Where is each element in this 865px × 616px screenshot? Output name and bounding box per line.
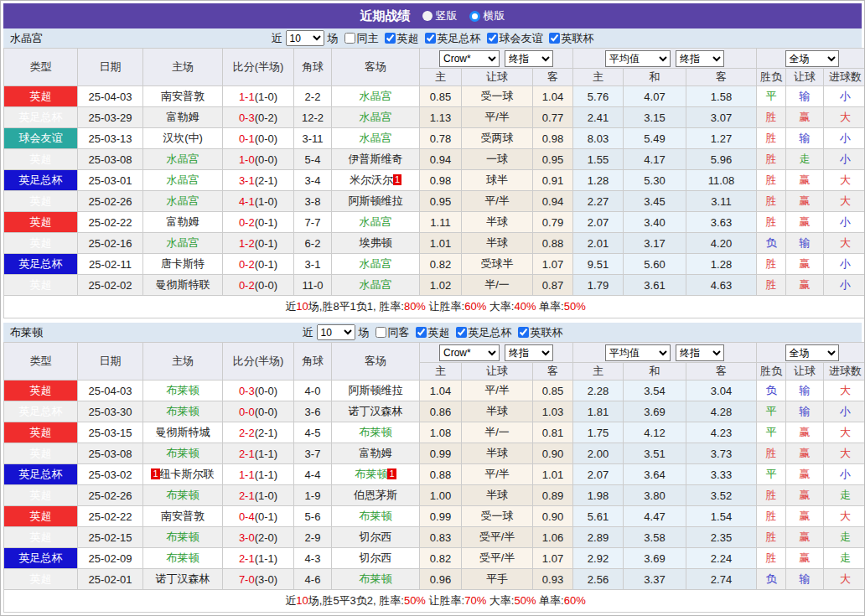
avg-time-select[interactable]: 终指	[676, 344, 724, 361]
avg-draw: 3.69	[624, 548, 686, 569]
score: 1-0(0-0)	[223, 149, 294, 170]
odds-away: 1.07	[533, 254, 573, 275]
odds-time-select[interactable]: 终指	[505, 344, 553, 361]
home-team: 布莱顿	[143, 527, 223, 548]
result-handicap: 输	[786, 401, 824, 422]
result-outcome: 胜	[757, 212, 786, 233]
match-count-select[interactable]: 10	[286, 30, 324, 46]
odds-away: 0.87	[533, 275, 573, 296]
avg-source-select[interactable]: 平均值	[605, 50, 671, 67]
league-badge: 球会友谊	[4, 128, 78, 149]
avg-home: 5.61	[573, 506, 624, 527]
league-checkbox-0[interactable]	[416, 327, 427, 338]
scope-select[interactable]: 全场	[785, 344, 839, 361]
corner-count: 11-0	[294, 275, 332, 296]
odds-source-select[interactable]: Crow*	[439, 344, 500, 361]
match-date: 25-03-08	[78, 149, 143, 170]
handicap: 半球	[462, 401, 533, 422]
odds-away: 1.03	[533, 401, 573, 422]
odds-away: 0.79	[533, 212, 573, 233]
filter-bar: 布莱顿近10场同客英超英足总杯英联杯	[3, 323, 862, 342]
league-badge: 英足总杯	[4, 254, 78, 275]
avg-draw: 3.15	[624, 107, 686, 128]
avg-source-select[interactable]: 平均值	[605, 344, 671, 361]
radio-checked-icon[interactable]	[469, 11, 480, 22]
away-team: 布莱顿1	[332, 464, 420, 485]
odds-away: 0.90	[533, 443, 573, 464]
league-checkbox-2[interactable]	[487, 33, 498, 44]
odds-away: 0.77	[533, 107, 573, 128]
corner-count: 4-5	[294, 422, 332, 443]
filter-bar: 水晶宫近10场同主英超英足总杯球会友谊英联杯	[3, 28, 862, 48]
odds-home: 1.04	[420, 380, 462, 401]
result-goals: 小	[824, 464, 865, 485]
sub-column-header: 胜负	[757, 363, 786, 380]
league-checkbox-1[interactable]	[456, 327, 467, 338]
same-venue-label: 同主	[357, 31, 379, 46]
away-team: 伊普斯维奇	[332, 149, 420, 170]
avg-home: 1.79	[573, 275, 624, 296]
odds-source-select[interactable]: Crow*	[439, 50, 500, 67]
page: 近期战绩 竖版 横版 水晶宫近10场同主英超英足总杯球会友谊英联杯类型日期主场比…	[0, 0, 865, 616]
handicap: 平手	[462, 569, 533, 590]
avg-home: 2.89	[573, 527, 624, 548]
result-handicap: 赢	[786, 212, 824, 233]
avg-draw: 5.60	[624, 254, 686, 275]
home-team: 1纽卡斯尔联	[143, 464, 223, 485]
table-row: 英超25-03-08水晶宫1-0(0-0)5-4伊普斯维奇0.94一球0.951…	[4, 149, 865, 170]
league-checkbox-1[interactable]	[425, 33, 436, 44]
column-header: 客场	[332, 343, 420, 380]
avg-draw: 5.30	[624, 170, 686, 191]
table-row: 英足总杯25-02-11唐卡斯特0-2(0-1)3-1水晶宫0.82受球半1.0…	[4, 254, 865, 275]
red-card-badge: 1	[387, 468, 396, 479]
corner-count: 4-3	[294, 548, 332, 569]
match-count-select[interactable]: 10	[317, 324, 355, 340]
result-outcome: 胜	[757, 107, 786, 128]
page-title: 近期战绩	[360, 8, 411, 24]
same-venue-checkbox[interactable]	[344, 33, 355, 44]
sub-column-header: 和	[624, 363, 686, 380]
avg-draw: 5.49	[624, 128, 686, 149]
summary-line: 近10场,胜8平1负1, 胜率:80% 让胜率:60% 大率:40% 单率:50…	[4, 296, 865, 318]
radio-vertical-layout[interactable]: 竖版	[422, 8, 458, 23]
league-checkbox-3[interactable]	[549, 33, 560, 44]
league-badge: 英超	[4, 506, 78, 527]
same-venue-checkbox[interactable]	[376, 327, 386, 338]
corner-count: 12-2	[294, 107, 332, 128]
league-badge: 英足总杯	[4, 170, 78, 191]
away-team: 米尔沃尔1	[332, 170, 420, 191]
result-handicap: 赢	[786, 170, 824, 191]
result-outcome: 胜	[757, 443, 786, 464]
radio-unchecked-icon[interactable]	[422, 11, 432, 21]
handicap: 平/半	[462, 380, 533, 401]
handicap: 平/半	[462, 107, 533, 128]
league-checkbox-2[interactable]	[518, 327, 529, 338]
corner-count: 6-2	[294, 233, 332, 254]
result-goals: 大	[824, 380, 865, 401]
result-goals: 大	[824, 569, 865, 590]
score: 7-0(3-0)	[223, 569, 294, 590]
home-team: 曼彻斯特城	[143, 422, 223, 443]
result-goals: 大	[824, 506, 865, 527]
scope-select[interactable]: 全场	[785, 50, 839, 67]
home-team: 南安普敦	[143, 86, 223, 107]
odds-home: 1.08	[420, 422, 462, 443]
avg-away: 4.23	[686, 422, 757, 443]
avg-draw: 3.45	[624, 191, 686, 212]
avg-home: 8.03	[573, 128, 624, 149]
avg-time-select[interactable]: 终指	[676, 50, 724, 67]
odds-home: 0.86	[420, 401, 462, 422]
match-date: 25-03-01	[78, 170, 143, 191]
table-row: 英超25-04-03布莱顿0-3(0-0)4-0阿斯顿维拉1.04平/半0.85…	[4, 380, 865, 401]
league-checkbox-0[interactable]	[385, 33, 396, 44]
sub-column-header: 主	[420, 363, 462, 380]
radio-horizontal-layout[interactable]: 横版	[469, 8, 505, 23]
league-badge: 英足总杯	[4, 107, 78, 128]
table-row: 英足总杯25-03-29富勒姆0-3(0-2)12-2水晶宫1.13平/半0.7…	[4, 107, 865, 128]
odds-time-select[interactable]: 终指	[505, 50, 553, 67]
avg-home: 9.51	[573, 254, 624, 275]
result-goals: 小	[824, 254, 865, 275]
odds-group-header: Crow*终指	[420, 49, 573, 69]
handicap: 平/半	[462, 464, 533, 485]
result-handicap: 输	[786, 380, 824, 401]
